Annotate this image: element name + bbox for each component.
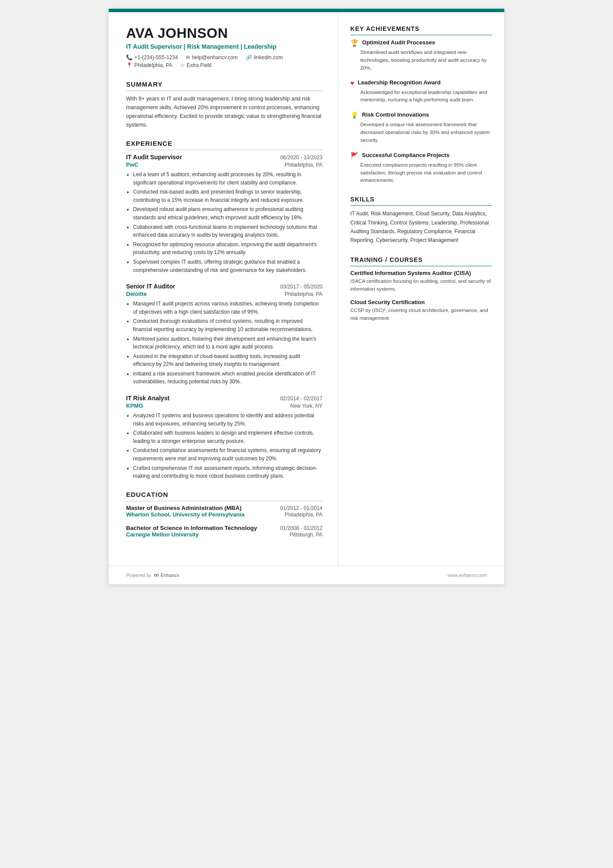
job-title-1: Senior IT Auditor [126, 283, 175, 290]
edu-school-1: Carnegie Mellon University [126, 531, 199, 538]
achievement-icon-0: 🏆 [350, 39, 359, 47]
summary-text: With 8+ years in IT and audit management… [126, 94, 323, 129]
phone-item: 📞 +1-(234)-555-1234 [126, 54, 178, 60]
header-section: AVA JOHNSON IT Audit Supervisor | Risk M… [126, 25, 323, 68]
email-item: ✉ help@enhancv.com [186, 54, 237, 60]
phone-icon: 📞 [126, 54, 133, 60]
job-bullets-1: Managed IT audit projects across various… [126, 300, 323, 386]
achievement-title-2: Risk Control Innovations [362, 111, 429, 119]
contact-row-1: 📞 +1-(234)-555-1234 ✉ help@enhancv.com 🔗… [126, 54, 323, 60]
edu-dates-0: 01/2012 - 01/2014 [280, 505, 322, 511]
candidate-title: IT Audit Supervisor | Risk Management | … [126, 43, 323, 50]
job-block-2: IT Risk Analyst 02/2014 - 02/2017 KPMG N… [126, 395, 323, 480]
contact-row-2: 📍 Philadelphia, PA ☆ Extra Field [126, 62, 323, 68]
bullet-2-2: Conducted compliance assessments for fin… [133, 446, 323, 462]
achievement-1: ♥ Leadership Recognition Award Acknowled… [350, 79, 492, 104]
powered-by-text: Powered by [126, 573, 151, 578]
location-icon: 📍 [126, 62, 133, 68]
bullet-2-1: Collaborated with business leaders to de… [133, 429, 323, 445]
edu-block-1: Bachelor of Science in Information Techn… [126, 525, 323, 538]
bullet-2-0: Analyzed IT systems and business operati… [133, 412, 323, 428]
bullet-0-1: Conducted risk-based audits and presente… [133, 188, 323, 204]
job-bullets-0: Led a team of 5 auditors, enhancing audi… [126, 171, 323, 274]
bullet-0-2: Developed robust audit plans ensuring ad… [133, 205, 323, 221]
star-icon: ☆ [180, 62, 185, 68]
achievement-icon-2: 💡 [350, 111, 359, 119]
logo-icon: ∞ [154, 571, 159, 579]
achievement-0: 🏆 Optimized Audit Processes Streamlined … [350, 39, 492, 72]
job-location-2: New York, NY [290, 403, 323, 409]
achievement-title-1: Leadership Recognition Award [358, 79, 441, 87]
footer-left: Powered by ∞ Enhancv [126, 571, 179, 579]
edu-school-0: Wharton School, University of Pennsylvan… [126, 511, 244, 518]
bullet-1-1: Conducted thorough evaluations of contro… [133, 317, 323, 333]
achievements-title: KEY ACHIEVEMENTS [350, 25, 492, 35]
achievement-2: 💡 Risk Control Innovations Developed a u… [350, 111, 492, 144]
course-1: Cloud Security Certification CCSP by (IS… [350, 299, 492, 322]
edu-loc-1: Pittsburgh, PA [290, 532, 323, 538]
achievement-icon-1: ♥ [350, 79, 354, 87]
edu-loc-0: Philadelphia, PA [285, 512, 323, 518]
course-desc-0: ISACA certification focusing on auditing… [350, 278, 492, 293]
edu-degree-0: Master of Business Administration (MBA) [126, 505, 280, 511]
linkedin-text: linkedin.com [254, 54, 283, 60]
training-title: TRAINING / COURSES [350, 256, 492, 266]
experience-title: EXPERIENCE [126, 140, 323, 150]
achievement-title-0: Optimized Audit Processes [362, 39, 435, 47]
bullet-0-0: Led a team of 5 auditors, enhancing audi… [133, 171, 323, 187]
bullet-0-4: Recognized for optimizing resource alloc… [133, 241, 323, 257]
bullet-1-3: Assisted in the integration of cloud-bas… [133, 352, 323, 369]
extra-field-item: ☆ Extra Field [180, 62, 211, 68]
education-title: EDUCATION [126, 491, 323, 501]
achievement-desc-3: Executed compliance projects resulting i… [350, 161, 492, 184]
skills-title: SKILLS [350, 196, 492, 206]
location-item: 📍 Philadelphia, PA [126, 62, 172, 68]
achievement-title-3: Successful Compliance Projects [362, 151, 450, 159]
extra-field-text: Extra Field [187, 62, 211, 68]
edu-dates-1: 01/2008 - 01/2012 [280, 525, 322, 531]
job-block-0: IT Audit Supervisor 06/2020 - 10/2023 Pw… [126, 154, 323, 274]
achievement-icon-3: 🚩 [350, 152, 359, 160]
achievement-3: 🚩 Successful Compliance Projects Execute… [350, 151, 492, 184]
job-bullets-2: Analyzed IT systems and business operati… [126, 412, 323, 480]
achievements-section: KEY ACHIEVEMENTS 🏆 Optimized Audit Proce… [350, 25, 492, 184]
education-section: EDUCATION Master of Business Administrat… [126, 491, 323, 538]
linkedin-item: 🔗 linkedin.com [246, 54, 283, 60]
achievement-desc-0: Streamlined audit workflows and integrat… [350, 49, 492, 72]
job-company-1: Deloitte [126, 291, 147, 297]
training-section: TRAINING / COURSES Certified Information… [350, 256, 492, 322]
course-title-1: Cloud Security Certification [350, 299, 492, 305]
achievement-desc-2: Developed a unique risk assessment frame… [350, 121, 492, 144]
footer-website: www.enhancv.com [447, 573, 487, 578]
course-title-0: Certified Information Systems Auditor (C… [350, 270, 492, 276]
achievement-desc-1: Acknowledged for exceptional leadership … [350, 89, 492, 104]
summary-section: SUMMARY With 8+ years in IT and audit ma… [126, 80, 323, 129]
phone-text: +1-(234)-555-1234 [134, 54, 178, 60]
summary-title: SUMMARY [126, 80, 323, 91]
job-location-0: Philadelphia, PA [285, 162, 323, 168]
job-dates-0: 06/2020 - 10/2023 [280, 154, 322, 161]
bullet-0-3: Collaborated with cross-functional teams… [133, 223, 323, 239]
skills-section: SKILLS IT Audit, Risk Management, Cloud … [350, 196, 492, 245]
email-text: help@enhancv.com [192, 54, 237, 60]
edu-block-0: Master of Business Administration (MBA) … [126, 505, 323, 518]
edu-degree-1: Bachelor of Science in Information Techn… [126, 525, 280, 531]
experience-section: EXPERIENCE IT Audit Supervisor 06/2020 -… [126, 140, 323, 480]
job-title-0: IT Audit Supervisor [126, 154, 182, 161]
bullet-0-5: Supervised complex IT audits, offering s… [133, 258, 323, 274]
job-block-1: Senior IT Auditor 03/2017 - 05/2020 Delo… [126, 283, 323, 386]
job-company-2: KPMG [126, 402, 143, 409]
candidate-name: AVA JOHNSON [126, 25, 323, 41]
location-text: Philadelphia, PA [134, 62, 172, 68]
job-title-2: IT Risk Analyst [126, 395, 170, 402]
right-column: KEY ACHIEVEMENTS 🏆 Optimized Audit Proce… [338, 12, 504, 566]
footer: Powered by ∞ Enhancv www.enhancv.com [109, 566, 504, 584]
brand-name: Enhancv [161, 573, 180, 578]
left-column: AVA JOHNSON IT Audit Supervisor | Risk M… [109, 12, 338, 566]
email-icon: ✉ [186, 54, 190, 60]
bullet-1-0: Managed IT audit projects across various… [133, 300, 323, 316]
course-0: Certified Information Systems Auditor (C… [350, 270, 492, 293]
course-desc-1: CCSP by (ISC)², covering cloud architect… [350, 307, 492, 322]
link-icon: 🔗 [246, 54, 252, 60]
bullet-2-3: Crafted comprehensive IT risk assessment… [133, 464, 323, 480]
